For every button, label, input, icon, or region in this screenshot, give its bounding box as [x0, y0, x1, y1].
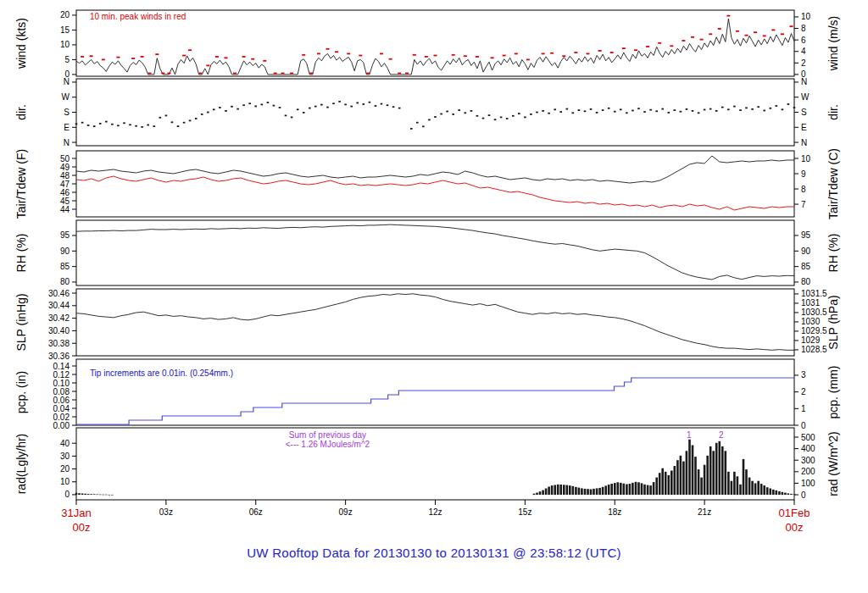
bar-solar-rad-wm2 — [686, 451, 688, 495]
bar-solar-rad-wm2 — [674, 466, 676, 495]
point-wind-peak-kts — [476, 56, 479, 58]
bar-solar-rad-wm2 — [772, 490, 775, 495]
bar-solar-rad-wm2 — [763, 485, 765, 495]
tick-label-right-wind: 8 — [801, 24, 806, 33]
point-wind-dir-deg — [715, 110, 718, 112]
annotation-radiation: Sum of previous day — [289, 430, 366, 440]
point-wind-dir-deg — [554, 108, 556, 110]
point-wind-peak-kts — [182, 55, 186, 57]
axis-label-right-humidity: RH (%) — [826, 234, 840, 273]
bar-solar-rad-wm2 — [760, 484, 763, 495]
bar-solar-rad-wm2 — [533, 494, 536, 495]
point-wind-dir-deg — [147, 125, 149, 126]
bar-solar-rad-wm2 — [626, 485, 628, 496]
axis-label-right-precipitation: pcp. (mm) — [826, 366, 840, 419]
point-wind-dir-deg — [548, 113, 550, 114]
tick-label-left-radiation: 0 — [64, 490, 70, 499]
point-wind-peak-kts — [790, 25, 793, 27]
point-wind-dir-deg — [668, 112, 670, 114]
tick-label-left-precipitation: 0.00 — [53, 421, 70, 430]
tick-label-left-pressure: 30.40 — [48, 326, 70, 335]
point-wind-dir-deg — [213, 108, 215, 110]
bar-solar-rad-wm2 — [659, 473, 661, 495]
point-wind-peak-kts — [562, 55, 565, 57]
point-wind-dir-deg — [632, 110, 634, 112]
bar-solar-rad-wm2 — [587, 489, 589, 495]
tick-label-left-radiation: 10 — [60, 477, 70, 486]
point-wind-dir-deg — [81, 122, 84, 124]
bar-solar-rad-wm2 — [569, 485, 571, 495]
point-wind-dir-deg — [320, 104, 323, 106]
point-wind-peak-kts — [263, 60, 266, 62]
bar-solar-rad-wm2 — [548, 487, 550, 496]
tick-label-right-wind: 10 — [801, 12, 811, 21]
point-wind-dir-deg — [704, 109, 706, 111]
point-wind-peak-kts — [718, 28, 721, 30]
bar-solar-rad-wm2 — [75, 493, 78, 495]
point-wind-dir-deg — [303, 112, 305, 114]
point-wind-peak-kts — [155, 53, 159, 55]
point-wind-peak-kts — [425, 56, 428, 58]
bar-solar-rad-wm2 — [617, 482, 620, 495]
point-wind-dir-deg — [709, 108, 712, 110]
tick-label-left-temperature: 45 — [60, 197, 70, 206]
bar-solar-rad-wm2 — [554, 485, 556, 496]
x-tick-label: 06z — [249, 507, 263, 517]
tick-label-right-precipitation: 1 — [801, 404, 806, 413]
point-wind-dir-deg — [123, 122, 125, 124]
point-wind-dir-deg — [261, 104, 264, 106]
point-wind-peak-kts — [405, 73, 409, 75]
meteogram-page: 051015200246810wind (kts)wind (m/s)10 mi… — [0, 0, 868, 593]
bar-solar-rad-wm2 — [578, 488, 581, 495]
bar-solar-rad-wm2 — [680, 456, 682, 495]
bar-solar-rad-wm2 — [676, 460, 679, 495]
annotation-wind: 10 min. peak winds in red — [90, 12, 186, 21]
point-wind-dir-deg — [159, 117, 162, 119]
tick-label-left-precipitation: 0.08 — [53, 387, 70, 396]
point-wind-dir-deg — [518, 113, 520, 114]
point-wind-dir-deg — [572, 112, 575, 114]
point-wind-peak-kts — [359, 55, 362, 57]
tick-label-right-direction: W — [801, 92, 810, 102]
tick-label-right-pressure: 1029.5 — [801, 326, 827, 335]
series-slp-inhg — [76, 294, 794, 351]
point-wind-dir-deg — [530, 114, 532, 115]
point-wind-peak-kts — [691, 36, 694, 38]
point-wind-dir-deg — [338, 101, 341, 103]
tick-label-left-direction: S — [64, 108, 70, 117]
point-wind-dir-deg — [141, 126, 143, 128]
point-wind-peak-kts — [550, 53, 554, 54]
point-wind-peak-kts — [515, 53, 518, 55]
bar-solar-rad-wm2 — [78, 493, 81, 495]
bar-solar-rad-wm2 — [620, 483, 622, 495]
point-wind-dir-deg — [369, 102, 371, 103]
point-wind-dir-deg — [381, 103, 383, 105]
annotation-precipitation: Tip increments are 0.01in. (0.254mm.) — [90, 369, 233, 378]
series-tdew-f — [76, 176, 794, 210]
tick-label-right-temperature: 9 — [801, 169, 806, 179]
point-wind-dir-deg — [135, 125, 137, 127]
x-tick-label: 03z — [159, 507, 173, 517]
x-end-date: 01Feb — [779, 507, 810, 519]
tick-label-left-precipitation: 0.04 — [53, 404, 70, 413]
bar-solar-rad-wm2 — [647, 485, 649, 495]
point-wind-dir-deg — [117, 125, 120, 126]
bar-solar-rad-wm2 — [688, 440, 691, 495]
bar-solar-rad-wm2 — [731, 481, 733, 495]
bar-solar-rad-wm2 — [105, 495, 108, 496]
tick-label-right-precipitation: 2 — [801, 387, 806, 396]
point-wind-dir-deg — [733, 106, 736, 108]
tick-label-left-pressure: 30.36 — [48, 352, 70, 361]
point-wind-peak-kts — [242, 56, 246, 58]
point-wind-dir-deg — [470, 110, 473, 112]
point-wind-peak-kts — [587, 53, 590, 55]
point-wind-dir-deg — [542, 110, 544, 112]
bar-solar-rad-wm2 — [770, 489, 772, 496]
axis-label-left-radiation: rad(Lgly/hr) — [14, 434, 28, 495]
tick-label-left-direction: N — [64, 77, 70, 86]
bar-solar-rad-wm2 — [737, 476, 739, 495]
bar-solar-rad-wm2 — [692, 446, 694, 496]
tick-label-left-pressure: 30.44 — [48, 301, 70, 310]
point-wind-dir-deg — [285, 115, 287, 117]
series-tair-f — [76, 156, 794, 183]
